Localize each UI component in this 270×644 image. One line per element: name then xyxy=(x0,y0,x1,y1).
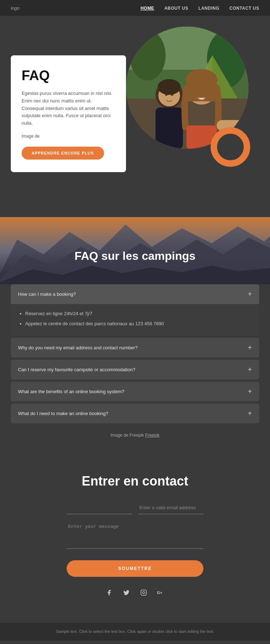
accordion-question-5: What do I need to make an online booking… xyxy=(18,411,108,416)
accordion-plus-icon-5: + xyxy=(248,409,252,418)
contact-section: Entrer en contact SOUMETTRE G+ xyxy=(0,456,270,623)
faq-freepik-credit: Image de Freepik Freepik xyxy=(11,426,259,441)
accordion-header-3[interactable]: Can I reserve my favourite campsite or a… xyxy=(11,360,259,380)
faq-card-title: FAQ xyxy=(22,68,115,83)
email-input[interactable] xyxy=(138,501,203,514)
accordion-item-4: What are the benefits of an online booki… xyxy=(11,382,259,401)
accordion-item-1: How can I make a booking? + Réservez en … xyxy=(11,284,259,336)
contact-title: Entrer en contact xyxy=(11,474,259,489)
accordion-question-3: Can I reserve my favourite campsite or a… xyxy=(18,367,135,372)
accordion-item-5: What do I need to make an online booking… xyxy=(11,404,259,423)
accordion-plus-icon-3: + xyxy=(248,365,252,374)
svg-rect-9 xyxy=(156,107,183,149)
accordion-header-2[interactable]: Why do you need my email address and con… xyxy=(11,338,259,358)
nav-item-home[interactable]: HOME xyxy=(140,5,154,11)
instagram-icon[interactable] xyxy=(139,588,149,598)
nav-link-landing[interactable]: LANDING xyxy=(198,6,219,11)
message-textarea[interactable] xyxy=(67,520,203,549)
navbar: logo HOME ABOUT US LANDING CONTACT US xyxy=(0,0,270,16)
accordion-item-3: Can I reserve my favourite campsite or a… xyxy=(11,360,259,380)
social-icons: G+ xyxy=(11,588,259,598)
accordion-question-4: What are the benefits of an online booki… xyxy=(18,389,125,394)
accordion-question-1: How can I make a booking? xyxy=(18,291,76,297)
freepik-link[interactable]: Freepik xyxy=(145,433,159,438)
nav-item-landing[interactable]: LANDING xyxy=(198,5,219,11)
svg-point-13 xyxy=(158,79,181,95)
faq-card-description: Egestas purus viverra accumsan in nisl n… xyxy=(22,90,115,127)
facebook-icon[interactable] xyxy=(104,588,114,598)
nav-item-about[interactable]: ABOUT US xyxy=(164,5,188,11)
nav-link-home[interactable]: HOME xyxy=(140,6,154,11)
accordion-plus-icon-4: + xyxy=(248,387,252,396)
footer: Sample text. Click to select the text bo… xyxy=(0,623,270,641)
mountain-section: FAQ sur les campings xyxy=(0,217,270,284)
hero-section: FAQ Egestas purus viverra accumsan in ni… xyxy=(0,16,270,217)
faq-card: FAQ Egestas purus viverra accumsan in ni… xyxy=(11,55,126,172)
nav-links: HOME ABOUT US LANDING CONTACT US xyxy=(140,5,259,11)
accordion-header-1[interactable]: How can I make a booking? + xyxy=(11,284,259,304)
contact-form: SOUMETTRE xyxy=(67,501,203,588)
googleplus-icon[interactable]: G+ xyxy=(156,588,166,598)
svg-rect-25 xyxy=(141,590,147,595)
accordion-plus-icon-1: + xyxy=(248,290,252,298)
nav-link-contact[interactable]: CONTACT US xyxy=(229,6,259,11)
faq-accordion-section: How can I make a booking? + Réservez en … xyxy=(0,284,270,456)
accordion-answer-1-1: Réservez en ligne 24h/24 et 7j/7 xyxy=(25,310,248,318)
footer-text: Sample text. Click to select the text bo… xyxy=(11,629,259,635)
accordion-content-1: Réservez en ligne 24h/24 et 7j/7 Appelez… xyxy=(11,304,259,336)
decorative-ring xyxy=(211,127,250,167)
nav-link-about[interactable]: ABOUT US xyxy=(164,6,188,11)
faq-section-title: FAQ sur les campings xyxy=(11,239,259,270)
freepik-credit: Image de xyxy=(22,134,115,139)
twitter-icon[interactable] xyxy=(121,588,131,598)
form-name-email-row xyxy=(67,501,203,514)
submit-button[interactable]: SOUMETTRE xyxy=(67,560,203,577)
nav-item-contact[interactable]: CONTACT US xyxy=(229,5,259,11)
accordion-answer-1-2: Appelez le centre de contact des parcs n… xyxy=(25,320,248,328)
logo: logo xyxy=(11,5,20,11)
name-input[interactable] xyxy=(67,501,132,514)
accordion-header-5[interactable]: What do I need to make an online booking… xyxy=(11,404,259,423)
accordion-plus-icon-2: + xyxy=(248,344,252,352)
accordion-item-2: Why do you need my email address and con… xyxy=(11,338,259,358)
accordion-header-4[interactable]: What are the benefits of an online booki… xyxy=(11,382,259,401)
svg-point-3 xyxy=(130,30,166,80)
learn-more-button[interactable]: APPRENDRE ENCORE PLUS xyxy=(22,147,104,160)
svg-text:G+: G+ xyxy=(157,590,162,595)
accordion-question-2: Why do you need my email address and con… xyxy=(18,345,138,350)
